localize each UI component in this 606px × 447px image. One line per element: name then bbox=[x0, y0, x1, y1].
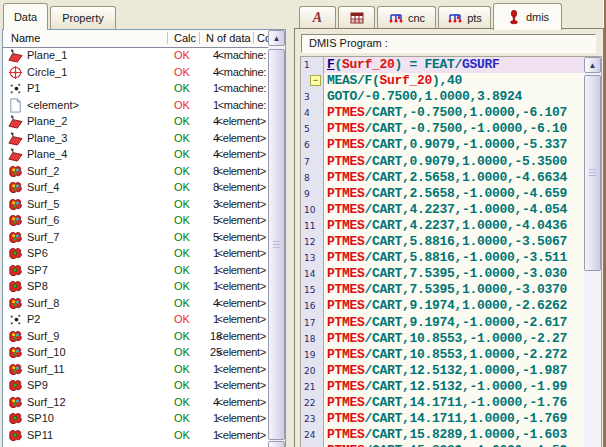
table-row[interactable]: Surf_6OK5<element> bbox=[3, 212, 268, 229]
code-segment: PTMES bbox=[327, 186, 365, 201]
code-line[interactable]: GOTO/-0.7500,1.0000,3.8924 bbox=[324, 89, 584, 105]
code-line[interactable]: PTMES/CART,14.1711,1.0000,-1.769 bbox=[324, 411, 584, 427]
table-row[interactable]: Circle_1OK4<machine: bbox=[3, 64, 268, 81]
code-line[interactable]: PTMES/CART,9.1974,1.0000,-2.6262 bbox=[324, 298, 584, 314]
code-segment: /CART,5.8816,-1.0000,-3.511 bbox=[365, 250, 568, 265]
code-line[interactable]: PTMES/CART,0.9079,1.0000,-5.3500 bbox=[324, 154, 584, 170]
points-icon bbox=[388, 10, 404, 26]
tab-data[interactable]: Data bbox=[3, 3, 48, 30]
feature-name: Plane_3 bbox=[27, 132, 67, 144]
scrollbar-thumb[interactable] bbox=[584, 75, 601, 271]
scroll-down-button[interactable] bbox=[268, 441, 285, 447]
line-number: 12 bbox=[301, 234, 323, 250]
surf-icon bbox=[8, 180, 23, 195]
feature-name: P2 bbox=[27, 313, 40, 325]
feature-name: Surf_5 bbox=[27, 198, 59, 210]
tab-property[interactable]: Property bbox=[50, 6, 116, 29]
table-row[interactable]: SP6OK1<element> bbox=[3, 245, 268, 262]
code-line[interactable]: PTMES/CART,5.8816,-1.0000,-3.511 bbox=[324, 250, 584, 266]
table-row[interactable]: <element>OK1<machine: bbox=[3, 97, 268, 114]
code-line[interactable]: MEAS/F(Surf_20),40 bbox=[324, 73, 584, 89]
table-row[interactable]: P1OK1<machine: bbox=[3, 80, 268, 97]
scroll-up-button[interactable]: ▲ bbox=[268, 30, 285, 46]
table-row[interactable]: Plane_2OK4<element> bbox=[3, 113, 268, 130]
code-segment: ),40 bbox=[432, 73, 462, 88]
code-line[interactable]: PTMES/CART,4.2237,1.0000,-4.0436 bbox=[324, 218, 584, 234]
table-row[interactable]: SP11OK1<element> bbox=[3, 427, 268, 444]
code-line[interactable]: PTMES/CART,9.1974,-1.0000,-2.617 bbox=[324, 315, 584, 331]
tab-grid-view[interactable] bbox=[338, 6, 375, 29]
code-line[interactable]: PTMES/CART,10.8553,1.0000,-2.272 bbox=[324, 347, 584, 363]
scroll-up-button[interactable]: ▲ bbox=[584, 57, 601, 73]
feature-name: Plane_2 bbox=[27, 115, 67, 127]
code-segment: MEAS/F( bbox=[327, 73, 380, 88]
code-line[interactable]: PTMES/CART,12.5132,-1.0000,-1.99 bbox=[324, 379, 584, 395]
code-line[interactable]: PTMES/CART,0.9079,-1.0000,-5.337 bbox=[324, 137, 584, 153]
code-value: <element> bbox=[215, 313, 266, 325]
tab-cnc[interactable]: cnc bbox=[377, 6, 436, 29]
code-line[interactable]: PTMES/CART,12.5132,1.0000,-1.987 bbox=[324, 363, 584, 379]
feature-name: Surf_12 bbox=[27, 396, 66, 408]
code-line[interactable]: PTMES/CART,15.8289,1.0000,-1.603 bbox=[324, 427, 584, 443]
code-line[interactable]: PTMES/CART,5.8816,1.0000,-3.5067 bbox=[324, 234, 584, 250]
code-lines: F(Surf_20) = FEAT/GSURFMEAS/F(Surf_20),4… bbox=[324, 57, 584, 447]
table-row[interactable]: SP8OK1<element> bbox=[3, 278, 268, 295]
surf-icon bbox=[8, 213, 23, 228]
arrow-up-icon: ▲ bbox=[589, 61, 597, 70]
table-row[interactable]: Plane_1OK4<machine: bbox=[3, 47, 268, 64]
code-segment: PTMES bbox=[327, 395, 365, 410]
table-row[interactable]: Surf_8OK4<element> bbox=[3, 295, 268, 312]
scrollbar-thumb[interactable] bbox=[268, 49, 285, 440]
tab-text-view[interactable]: A bbox=[299, 6, 336, 29]
tab-dmis[interactable]: dmis bbox=[493, 3, 562, 30]
table-row[interactable]: SP7OK1<element> bbox=[3, 262, 268, 279]
code-value: <element> bbox=[215, 148, 266, 160]
code-value: <element> bbox=[215, 297, 266, 309]
list-scrollbar[interactable]: ▲ bbox=[268, 30, 285, 447]
table-row[interactable]: SP9OK1<element> bbox=[3, 377, 268, 394]
table-row[interactable]: Surf_5OK3<element> bbox=[3, 196, 268, 213]
line-number: 7 bbox=[301, 154, 323, 170]
code-value: <machine: bbox=[215, 49, 266, 61]
code-line[interactable]: PTMES/CART,7.5395,1.0000,-3.0370 bbox=[324, 282, 584, 298]
code-segment: /CART,0.9079,-1.0000,-5.337 bbox=[365, 137, 568, 152]
table-row[interactable]: Surf_4OK8<element> bbox=[3, 179, 268, 196]
code-line[interactable]: PTMES/CART,7.5395,-1.0000,-3.030 bbox=[324, 266, 584, 282]
thumb-grip-icon bbox=[589, 169, 596, 177]
column-header-n-of-data[interactable]: N of data bbox=[199, 30, 260, 46]
code-line[interactable]: PTMES/CART,14.1711,-1.0000,-1.76 bbox=[324, 395, 584, 411]
code-segment: /CART,7.5395,1.0000,-3.0370 bbox=[365, 282, 568, 297]
table-row[interactable]: Surf_11OK1<element> bbox=[3, 361, 268, 378]
sp-icon bbox=[8, 279, 23, 294]
feature-name: Surf_7 bbox=[27, 231, 59, 243]
fold-collapse-icon[interactable]: − bbox=[310, 75, 321, 86]
code-editor[interactable]: 1345678910111213141516171819202122232425… bbox=[300, 56, 602, 447]
line-number: 13 bbox=[301, 250, 323, 266]
code-line[interactable]: PTMES/CART,10.8553,-1.0000,-2.27 bbox=[324, 331, 584, 347]
table-row[interactable]: SP10OK1<element> bbox=[3, 410, 268, 427]
code-scrollbar[interactable]: ▲ bbox=[584, 57, 601, 447]
table-row[interactable]: Plane_3OK4<element> bbox=[3, 130, 268, 147]
table-row[interactable]: Surf_7OK5<element> bbox=[3, 229, 268, 246]
code-line[interactable]: PTMES/CART,2.5658,1.0000,-4.6634 bbox=[324, 170, 584, 186]
table-row[interactable]: P2OK1<element> bbox=[3, 311, 268, 328]
table-row[interactable]: Surf_10OK25<element> bbox=[3, 344, 268, 361]
feature-name: Surf_11 bbox=[27, 363, 65, 375]
tab-pts[interactable]: pts bbox=[438, 6, 491, 29]
code-line[interactable]: PTMES/CART,15.8289,-1.0000,-1.59 bbox=[324, 443, 584, 447]
code-line[interactable]: PTMES/CART,4.2237,-1.0000,-4.054 bbox=[324, 202, 584, 218]
column-header-name[interactable]: Name bbox=[11, 30, 40, 46]
code-segment: PTMES bbox=[327, 298, 365, 313]
table-row[interactable]: Plane_4OK4<element> bbox=[3, 146, 268, 163]
code-segment: PTMES bbox=[327, 121, 365, 136]
code-line[interactable]: F(Surf_20) = FEAT/GSURF bbox=[324, 57, 584, 73]
code-line[interactable]: PTMES/CART,2.5658,-1.0000,-4.659 bbox=[324, 186, 584, 202]
code-line[interactable]: PTMES/CART,-0.7500,-1.0000,-6.10 bbox=[324, 121, 584, 137]
line-number-gutter: 1345678910111213141516171819202122232425 bbox=[301, 57, 324, 447]
tab-dmis-label: dmis bbox=[526, 11, 549, 23]
table-row[interactable]: Surf_9OK18<element> bbox=[3, 328, 268, 345]
code-line[interactable]: PTMES/CART,-0.7500,1.0000,-6.107 bbox=[324, 105, 584, 121]
code-segment: /CART,4.2237,1.0000,-4.0436 bbox=[365, 218, 568, 233]
table-row[interactable]: Surf_12OK4<element> bbox=[3, 394, 268, 411]
table-row[interactable]: Surf_2OK8<element> bbox=[3, 163, 268, 180]
